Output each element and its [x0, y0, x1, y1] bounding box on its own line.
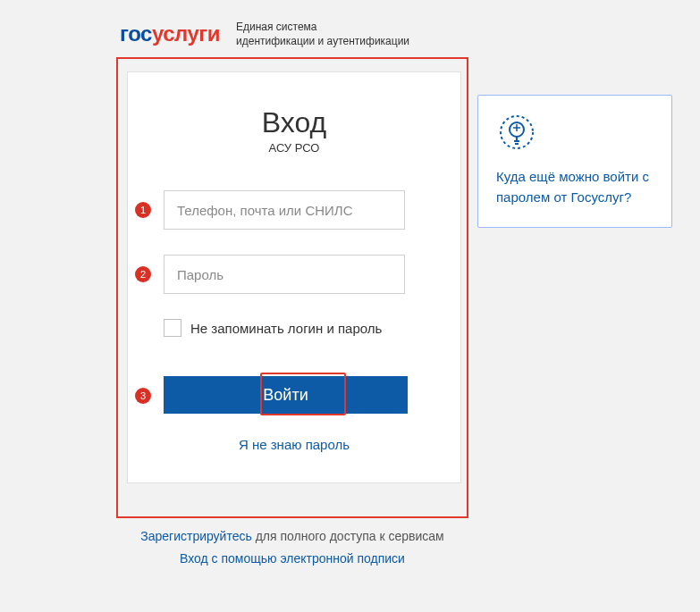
remember-row: Не запоминать логин и пароль [164, 319, 434, 337]
register-line: Зарегистрируйтесь для полного доступа к … [116, 525, 468, 548]
login-input[interactable] [164, 190, 405, 230]
side-info-link[interactable]: Куда ещё можно войти с паролем от Госусл… [496, 167, 654, 207]
login-title: Вход [155, 106, 434, 139]
logo-part-uslugi: услуги [152, 21, 220, 46]
forgot-password-link[interactable]: Я не знаю пароль [155, 437, 434, 452]
login-card: Вход АСУ РСО 1 2 Не запоминать логин и п… [127, 71, 461, 483]
step-badge-1: 1 [135, 202, 151, 218]
tagline: Единая система идентификации и аутентифи… [236, 20, 409, 48]
register-link[interactable]: Зарегистрируйтесь [140, 529, 252, 543]
side-info-card: Куда ещё можно войти с паролем от Госусл… [477, 95, 672, 228]
logo-part-gos: гос [120, 21, 152, 46]
tagline-line2: идентификации и аутентификации [236, 34, 409, 48]
bottom-links: Зарегистрируйтесь для полного доступа к … [116, 525, 468, 570]
step-badge-3: 3 [135, 388, 151, 404]
login-field-row: 1 [155, 190, 434, 230]
login-button[interactable]: Войти [164, 376, 408, 414]
register-text: для полного доступа к сервисам [252, 529, 444, 543]
lightbulb-icon [496, 112, 537, 153]
annotation-highlight-frame: Вход АСУ РСО 1 2 Не запоминать логин и п… [116, 57, 468, 518]
tagline-line1: Единая система [236, 20, 409, 34]
password-field-row: 2 [155, 255, 434, 294]
step-badge-2: 2 [135, 266, 151, 282]
remember-checkbox[interactable] [164, 319, 181, 337]
login-subtitle: АСУ РСО [155, 141, 434, 155]
submit-row: 3 Войти [155, 376, 434, 414]
header: госуслуги Единая система идентификации и… [0, 0, 700, 48]
password-input[interactable] [164, 255, 405, 294]
logo: госуслуги [120, 21, 220, 46]
esign-login-link[interactable]: Вход с помощью электронной подписи [180, 551, 405, 566]
remember-label: Не запоминать логин и пароль [190, 321, 382, 336]
